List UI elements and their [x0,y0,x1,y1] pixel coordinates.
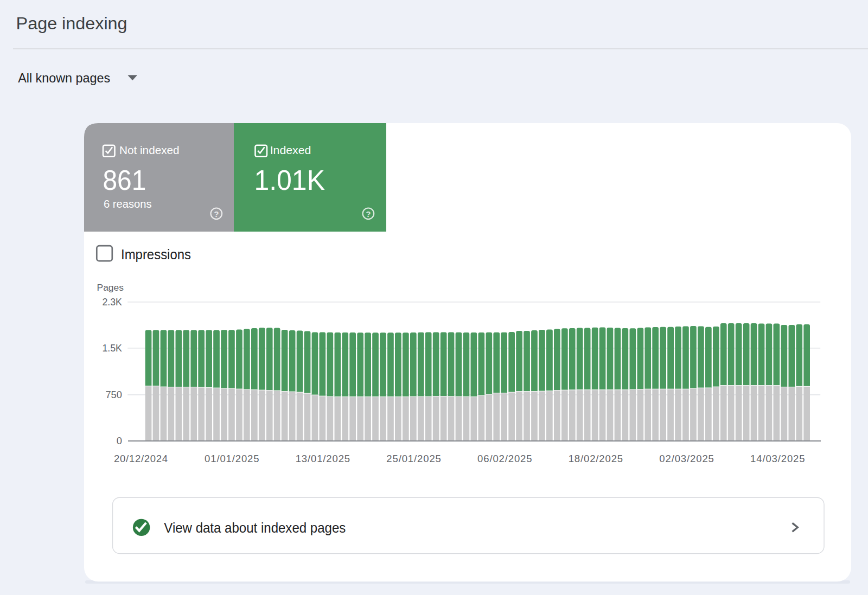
svg-text:6 reasons: 6 reasons [104,198,152,210]
svg-text:14/03/2025: 14/03/2025 [750,453,805,464]
svg-text:1.01K: 1.01K [254,164,325,196]
svg-text:0: 0 [117,436,122,446]
svg-text:Not indexed: Not indexed [119,144,180,156]
svg-text:1.5K: 1.5K [102,343,122,354]
svg-text:2.3K: 2.3K [102,297,122,308]
svg-text:Page indexing: Page indexing [16,14,127,33]
svg-text:All known pages: All known pages [18,71,110,85]
svg-text:02/03/2025: 02/03/2025 [659,453,714,464]
svg-text:01/01/2025: 01/01/2025 [205,453,259,464]
svg-text:20/12/2024: 20/12/2024 [114,453,168,464]
svg-text:Indexed: Indexed [270,144,311,156]
svg-text:25/01/2025: 25/01/2025 [386,453,441,464]
svg-text:?: ? [214,209,219,219]
svg-text:Impressions: Impressions [121,246,191,263]
svg-text:18/02/2025: 18/02/2025 [569,453,623,464]
svg-text:?: ? [366,209,371,219]
svg-text:750: 750 [105,389,122,400]
svg-text:View data about indexed pages: View data about indexed pages [164,520,346,536]
svg-text:13/01/2025: 13/01/2025 [296,453,350,464]
svg-text:06/02/2025: 06/02/2025 [477,453,532,464]
svg-text:Pages: Pages [97,283,124,293]
svg-text:861: 861 [103,164,146,196]
